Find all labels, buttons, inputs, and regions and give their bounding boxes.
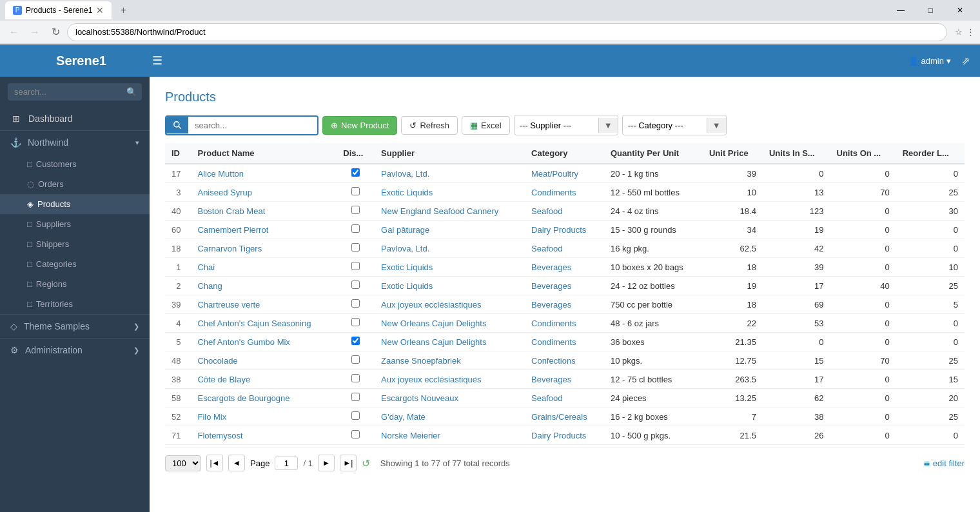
edit-filter-link[interactable]: ≣ edit filter bbox=[923, 458, 965, 468]
discontinued-checkbox[interactable] bbox=[351, 224, 360, 233]
cell-name[interactable]: Chai bbox=[191, 258, 337, 277]
cell-category[interactable]: Dairy Products bbox=[525, 426, 604, 445]
category-link[interactable]: Grains/Cereals bbox=[531, 412, 587, 422]
supplier-link[interactable]: Exotic Liquids bbox=[381, 188, 433, 197]
cell-name[interactable]: Flotemysost bbox=[191, 426, 337, 445]
category-link[interactable]: Beverages bbox=[531, 262, 571, 272]
supplier-link[interactable]: Aux joyeux ecclésiastiques bbox=[381, 375, 481, 384]
product-name-link[interactable]: Camembert Pierrot bbox=[197, 225, 268, 235]
supplier-link[interactable]: Zaanse Snoepfabriek bbox=[381, 356, 461, 366]
supplier-link[interactable]: New Orleans Cajun Delights bbox=[381, 319, 486, 328]
category-link[interactable]: Beverages bbox=[531, 375, 571, 384]
cell-name[interactable]: Chang bbox=[191, 277, 337, 295]
cell-supplier[interactable]: Norske Meierier bbox=[375, 426, 525, 445]
product-name-link[interactable]: Flotemysost bbox=[197, 431, 242, 440]
hamburger-menu-icon[interactable]: ☰ bbox=[152, 54, 162, 68]
category-link[interactable]: Dairy Products bbox=[531, 431, 586, 440]
product-name-link[interactable]: Alice Mutton bbox=[197, 169, 244, 179]
category-link[interactable]: Seafood bbox=[531, 244, 562, 253]
supplier-link[interactable]: Norske Meierier bbox=[381, 431, 440, 440]
supplier-dropdown-icon[interactable]: ▼ bbox=[598, 118, 618, 133]
supplier-link[interactable]: Exotic Liquids bbox=[381, 281, 433, 291]
sidebar-item-customers[interactable]: □ Customers bbox=[0, 154, 150, 174]
col-units-order[interactable]: Units On ... bbox=[830, 143, 896, 164]
supplier-link[interactable]: Gai pâturage bbox=[381, 225, 429, 235]
cell-name[interactable]: Chef Anton's Cajun Seasoning bbox=[191, 314, 337, 333]
cell-name[interactable]: Aniseed Syrup bbox=[191, 183, 337, 202]
cell-category[interactable]: Meat/Poultry bbox=[525, 164, 604, 183]
cell-supplier[interactable]: Exotic Liquids bbox=[375, 258, 525, 277]
cell-name[interactable]: Boston Crab Meat bbox=[191, 202, 337, 221]
discontinued-checkbox[interactable] bbox=[351, 243, 360, 251]
product-name-link[interactable]: Côte de Blaye bbox=[197, 375, 250, 384]
sidebar-item-dashboard[interactable]: ⊞ Dashboard bbox=[0, 107, 150, 130]
sidebar-item-products[interactable]: ◈ Products bbox=[0, 194, 150, 214]
category-dropdown-icon[interactable]: ▼ bbox=[707, 118, 726, 133]
cell-supplier[interactable]: Aux joyeux ecclésiastiques bbox=[375, 370, 525, 389]
reload-button[interactable]: ↻ bbox=[46, 23, 64, 41]
col-category[interactable]: Category bbox=[525, 143, 604, 164]
product-name-link[interactable]: Chartreuse verte bbox=[197, 300, 260, 310]
supplier-link[interactable]: Aux joyeux ecclésiastiques bbox=[381, 300, 481, 310]
col-units-stock[interactable]: Units In S... bbox=[763, 143, 830, 164]
cell-supplier[interactable]: New Orleans Cajun Delights bbox=[375, 314, 525, 333]
discontinued-checkbox[interactable] bbox=[351, 337, 360, 345]
product-name-link[interactable]: Boston Crab Meat bbox=[197, 206, 265, 216]
cell-name[interactable]: Côte de Blaye bbox=[191, 370, 337, 389]
sidebar-northwind-header[interactable]: ⚓ Northwind ▾ bbox=[0, 131, 150, 154]
supplier-link[interactable]: Escargots Nouveaux bbox=[381, 393, 458, 403]
bookmark-icon[interactable]: ☆ bbox=[955, 27, 963, 37]
discontinued-checkbox[interactable] bbox=[351, 411, 360, 420]
category-link[interactable]: Meat/Poultry bbox=[531, 169, 578, 179]
share-icon[interactable]: ⇗ bbox=[961, 55, 970, 67]
minimize-button[interactable]: — bbox=[886, 0, 916, 21]
category-link[interactable]: Condiments bbox=[531, 337, 576, 347]
cell-category[interactable]: Beverages bbox=[525, 370, 604, 389]
category-link[interactable]: Seafood bbox=[531, 206, 562, 216]
product-name-link[interactable]: Escargots de Bourgogne bbox=[197, 393, 289, 403]
new-product-button[interactable]: ⊕ New Product bbox=[322, 116, 397, 135]
cell-category[interactable]: Seafood bbox=[525, 202, 604, 221]
cell-category[interactable]: Beverages bbox=[525, 258, 604, 277]
discontinued-checkbox[interactable] bbox=[351, 262, 360, 270]
cell-name[interactable]: Alice Mutton bbox=[191, 164, 337, 183]
supplier-link[interactable]: New Orleans Cajun Delights bbox=[381, 337, 486, 347]
cell-category[interactable]: Condiments bbox=[525, 333, 604, 351]
excel-button[interactable]: ▦ Excel bbox=[462, 116, 510, 135]
col-supplier[interactable]: Supplier bbox=[375, 143, 525, 164]
cell-supplier[interactable]: Pavlova, Ltd. bbox=[375, 239, 525, 258]
cell-category[interactable]: Condiments bbox=[525, 183, 604, 202]
cell-name[interactable]: Carnarvon Tigers bbox=[191, 239, 337, 258]
col-qty-unit[interactable]: Quantity Per Unit bbox=[604, 143, 703, 164]
search-button[interactable] bbox=[166, 117, 188, 133]
product-name-link[interactable]: Chang bbox=[197, 281, 222, 291]
cell-supplier[interactable]: Exotic Liquids bbox=[375, 183, 525, 202]
discontinued-checkbox[interactable] bbox=[351, 299, 360, 308]
browser-tab[interactable]: P Products - Serene1 ✕ bbox=[5, 1, 112, 19]
product-name-link[interactable]: Filo Mix bbox=[197, 412, 226, 422]
page-number-input[interactable] bbox=[275, 457, 298, 470]
address-bar[interactable] bbox=[67, 23, 947, 41]
cell-supplier[interactable]: Escargots Nouveaux bbox=[375, 389, 525, 408]
discontinued-checkbox[interactable] bbox=[351, 318, 360, 326]
col-product-name[interactable]: Product Name bbox=[191, 143, 337, 164]
cell-supplier[interactable]: Exotic Liquids bbox=[375, 277, 525, 295]
discontinued-checkbox[interactable] bbox=[351, 281, 360, 289]
forward-button[interactable]: → bbox=[26, 23, 44, 41]
close-button[interactable]: ✕ bbox=[945, 0, 975, 21]
cell-category[interactable]: Beverages bbox=[525, 295, 604, 314]
col-discontinued[interactable]: Dis... bbox=[337, 143, 375, 164]
user-menu[interactable]: 👤 admin ▾ bbox=[908, 56, 951, 66]
supplier-link[interactable]: G'day, Mate bbox=[381, 412, 426, 422]
cell-supplier[interactable]: New England Seafood Cannery bbox=[375, 202, 525, 221]
product-name-link[interactable]: Chocolade bbox=[197, 356, 237, 366]
cell-name[interactable]: Camembert Pierrot bbox=[191, 221, 337, 239]
discontinued-checkbox[interactable] bbox=[351, 187, 360, 195]
cell-supplier[interactable]: G'day, Mate bbox=[375, 408, 525, 426]
discontinued-checkbox[interactable] bbox=[351, 206, 360, 214]
discontinued-checkbox[interactable] bbox=[351, 168, 360, 177]
cell-supplier[interactable]: Aux joyeux ecclésiastiques bbox=[375, 295, 525, 314]
col-id[interactable]: ID bbox=[165, 143, 191, 164]
sidebar-item-regions[interactable]: □ Regions bbox=[0, 274, 150, 294]
discontinued-checkbox[interactable] bbox=[351, 393, 360, 401]
